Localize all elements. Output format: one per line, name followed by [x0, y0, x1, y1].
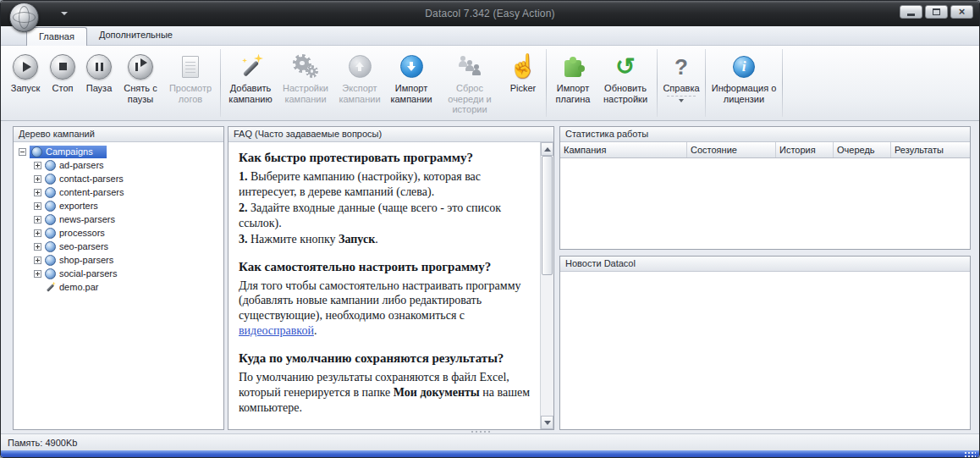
titlebar: Datacol 7.342 (Easy Action) × [1, 1, 979, 26]
refresh-settings-button[interactable]: ↻ Обновить настройки [597, 47, 654, 119]
view-logs-button: Просмотр логов [163, 47, 217, 119]
tree-node-social-parsers[interactable]: social-parsers [14, 267, 223, 280]
faq-answer-3: По умолчанию результаты сохраняются в фа… [239, 370, 531, 416]
export-campaign-button: Экспорт кампании [333, 47, 386, 119]
license-info-button-label: Информация о лицензии [710, 83, 778, 104]
tree-node-shop-parsers[interactable]: shop-parsers [14, 253, 223, 267]
faq-step-2: 2. Задайте входные данные (чаще всего - … [239, 201, 531, 231]
tree-node-label: shop-parsers [59, 255, 113, 265]
export-arrow-icon [349, 51, 372, 82]
campaign-tree: Campaigns ad-parsers contact-parsers co [14, 142, 223, 429]
expand-expander-icon[interactable] [34, 189, 41, 196]
scroll-up-button[interactable] [541, 142, 553, 156]
faq-question-2: Как самостоятельно настроить программу? [239, 260, 531, 274]
import-campaign-button[interactable]: Импорт кампании [386, 47, 437, 119]
pause-button[interactable]: Пауза [80, 47, 118, 119]
expand-expander-icon[interactable] [34, 202, 41, 210]
resume-button[interactable]: Снять с паузы [118, 47, 163, 119]
expand-expander-icon[interactable] [34, 257, 41, 264]
tree-node-contact-parsers[interactable]: contact-parsers [14, 172, 223, 185]
column-header-campaign[interactable]: Кампания [560, 142, 687, 157]
window-title: Datacol 7.342 (Easy Action) [1, 8, 979, 19]
log-document-icon [182, 51, 199, 82]
faq-answer-3-bold: Мои документы [394, 386, 480, 399]
faq-answer-2-end: . [314, 324, 317, 337]
run-button[interactable]: Запуск [6, 47, 45, 119]
help-button-label: Справка [663, 83, 699, 94]
tree-node-content-parsers[interactable]: content-parsers [14, 185, 223, 199]
faq-step-1: 1. Выберите кампанию (настройку), котора… [239, 169, 531, 200]
tree-node-label: content-parsers [59, 187, 124, 197]
add-campaign-button[interactable]: Добавить кампанию [223, 47, 278, 119]
faq-content: Как быстро протестировать программу? 1. … [228, 142, 540, 429]
news-body [560, 272, 970, 429]
expand-expander-icon[interactable] [34, 175, 41, 183]
tree-node-news-parsers[interactable]: news-parsers [14, 212, 223, 226]
tree-node-label: demo.par [59, 282, 98, 292]
magic-wand-icon [237, 51, 264, 82]
tree-node-processors[interactable]: processors [14, 226, 223, 240]
statistics-table-body [560, 158, 970, 249]
maximize-button[interactable] [925, 5, 948, 19]
expand-expander-icon[interactable] [34, 162, 41, 169]
collapse-expander-icon[interactable] [19, 148, 26, 156]
splitter-grip[interactable] [471, 431, 490, 433]
tree-node-seo-parsers[interactable]: seo-parsers [14, 240, 223, 253]
video-help-link[interactable]: видеосправкой [239, 324, 314, 337]
queue-people-icon [456, 51, 483, 82]
scroll-up-icon [544, 147, 551, 152]
pause-button-label: Пауза [86, 83, 113, 94]
column-header-queue[interactable]: Очередь [834, 142, 891, 157]
window-controls: × [900, 5, 973, 19]
scroll-down-button[interactable] [541, 416, 553, 429]
tree-node-label: seo-parsers [59, 241, 108, 251]
resize-grip[interactable] [964, 451, 976, 458]
reset-queue-history-button-label: Сброс очереди и истории [438, 83, 501, 115]
chevron-down-icon[interactable] [679, 99, 684, 102]
expand-expander-icon[interactable] [34, 270, 41, 278]
column-header-results[interactable]: Результаты [891, 142, 970, 157]
scroll-track[interactable] [541, 156, 553, 416]
tree-node-label: processors [59, 228, 105, 238]
import-campaign-button-label: Импорт кампании [388, 83, 435, 104]
help-button[interactable]: ? Справка [660, 47, 702, 119]
scroll-thumb[interactable] [542, 156, 553, 275]
license-info-button[interactable]: i Информация о лицензии [708, 47, 779, 119]
toolbar-separator [705, 49, 706, 117]
toolbar-separator [657, 49, 658, 117]
expand-expander-icon[interactable] [34, 216, 41, 223]
stop-button[interactable]: Стоп [45, 47, 80, 119]
tree-node-demo-par[interactable]: demo.par [14, 280, 223, 294]
column-header-state[interactable]: Состояние [687, 142, 776, 157]
column-header-history[interactable]: История [776, 142, 834, 157]
faq-step-1-text: Выберите кампанию (настройку), которая в… [239, 170, 481, 198]
tab-glavnaya[interactable]: Главная [26, 27, 87, 46]
picker-button[interactable]: ☝ Picker [503, 47, 543, 119]
tree-node-exporters[interactable]: exporters [14, 199, 223, 212]
campaign-file-wand-icon [45, 282, 56, 293]
tree-node-campaigns[interactable]: Campaigns [14, 145, 223, 158]
tab-dopolnitelnye[interactable]: Дополнительные [87, 26, 184, 45]
view-logs-button-label: Просмотр логов [165, 83, 216, 104]
toolbar-separator [782, 49, 783, 117]
import-plugin-button[interactable]: Импорт плагина [549, 47, 597, 119]
expand-expander-icon[interactable] [34, 229, 41, 237]
campaign-node-icon [45, 255, 56, 266]
faq-step-2-num: 2. [239, 201, 248, 214]
faq-step-3: 3. Нажмите кнопку Запуск. [239, 232, 531, 247]
close-button[interactable]: × [950, 5, 973, 19]
export-campaign-button-label: Экспорт кампании [335, 83, 384, 104]
quick-access-caret-icon[interactable] [61, 12, 68, 15]
expand-expander-icon[interactable] [34, 243, 41, 251]
picker-button-label: Picker [510, 83, 537, 94]
faq-panel-title: FAQ (Часто задаваемые вопросы) [228, 127, 553, 142]
tree-node-label: Campaigns [46, 146, 93, 157]
campaign-settings-button: Настройки кампании [278, 47, 333, 119]
faq-scrollbar[interactable] [540, 142, 553, 429]
app-menu-globe-icon[interactable] [9, 3, 39, 32]
tree-node-ad-parsers[interactable]: ad-parsers [14, 158, 223, 172]
minimize-button[interactable] [900, 5, 922, 19]
campaign-node-icon [45, 160, 56, 171]
campaign-node-icon [45, 268, 56, 279]
campaign-tree-panel-title: Дерево кампаний [14, 127, 223, 142]
